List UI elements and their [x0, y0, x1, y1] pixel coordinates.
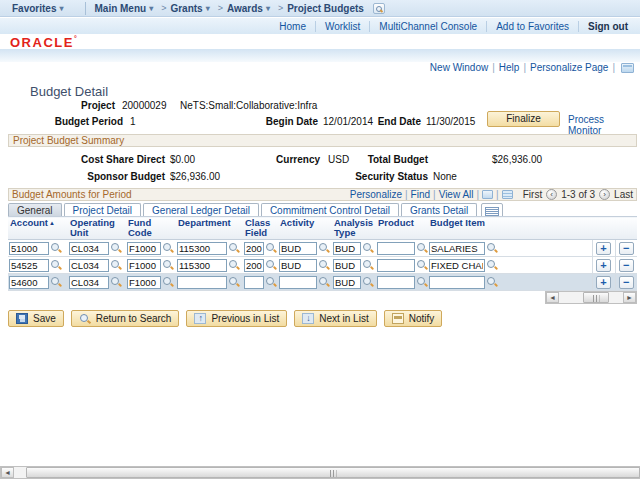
- budget-item-lookup-icon[interactable]: [487, 243, 498, 254]
- operating-unit-lookup-icon[interactable]: [111, 260, 122, 271]
- fund-code-lookup-icon[interactable]: [163, 243, 174, 254]
- add-row-button[interactable]: +: [596, 276, 611, 289]
- sign-out-link[interactable]: Sign out: [579, 21, 630, 32]
- previous-in-list-button[interactable]: Previous in List: [186, 310, 287, 327]
- scrollbar-thumb[interactable]: [583, 292, 609, 303]
- worklist-link[interactable]: Worklist: [316, 21, 370, 32]
- budget-item-lookup-icon[interactable]: [487, 260, 498, 271]
- view-all-link[interactable]: View All: [439, 189, 474, 200]
- product-input[interactable]: [377, 276, 415, 289]
- main-menu[interactable]: Main Menu: [94, 3, 153, 14]
- activity-input[interactable]: [279, 276, 317, 289]
- department-lookup-icon[interactable]: [229, 243, 240, 254]
- account-input[interactable]: [9, 276, 49, 289]
- return-to-search-button[interactable]: Return to Search: [71, 310, 180, 327]
- budget-item-input[interactable]: [429, 276, 485, 289]
- class-field-input[interactable]: [244, 259, 264, 272]
- breadcrumb-item-grants[interactable]: Grants: [170, 3, 209, 14]
- account-lookup-icon[interactable]: [51, 277, 62, 288]
- analysis-type-input[interactable]: [333, 259, 361, 272]
- show-all-columns-icon[interactable]: [481, 203, 503, 217]
- window-icon[interactable]: [621, 63, 634, 73]
- activity-input[interactable]: [279, 242, 317, 255]
- operating-unit-lookup-icon[interactable]: [111, 277, 122, 288]
- scroll-left-icon[interactable]: ◄: [546, 292, 559, 303]
- download-icon[interactable]: [482, 190, 493, 199]
- home-link[interactable]: Home: [270, 21, 316, 32]
- product-lookup-icon[interactable]: [417, 243, 428, 254]
- breadcrumb-search-icon[interactable]: [373, 3, 385, 14]
- activity-lookup-icon[interactable]: [319, 243, 330, 254]
- add-row-button[interactable]: +: [596, 259, 611, 272]
- department-input[interactable]: [177, 259, 227, 272]
- tab-commitment-control-detail[interactable]: Commitment Control Detail: [261, 203, 399, 217]
- grid-horizontal-scrollbar[interactable]: ◄ ►: [545, 291, 637, 304]
- process-monitor-link[interactable]: Process Monitor: [568, 114, 640, 136]
- operating-unit-lookup-icon[interactable]: [111, 243, 122, 254]
- breadcrumb-item-project-budgets[interactable]: Project Budgets: [287, 3, 364, 14]
- class-field-lookup-icon[interactable]: [266, 260, 277, 271]
- tab-grants-detail[interactable]: Grants Detail: [401, 203, 477, 217]
- analysis-type-lookup-icon[interactable]: [363, 243, 374, 254]
- fund-code-lookup-icon[interactable]: [163, 277, 174, 288]
- personalize-link[interactable]: Personalize: [350, 189, 402, 200]
- class-field-lookup-icon[interactable]: [266, 243, 277, 254]
- account-lookup-icon[interactable]: [51, 243, 62, 254]
- product-input[interactable]: [377, 259, 415, 272]
- delete-row-button[interactable]: −: [619, 259, 634, 272]
- tab-general-ledger-detail[interactable]: General Ledger Detail: [143, 203, 259, 217]
- class-field-lookup-icon[interactable]: [266, 277, 277, 288]
- budget-item-input[interactable]: [429, 242, 485, 255]
- breadcrumb-item-awards[interactable]: Awards: [227, 3, 270, 14]
- grid-view-icon[interactable]: [502, 190, 513, 199]
- budget-item-input[interactable]: [429, 259, 485, 272]
- fund-code-input[interactable]: [127, 276, 161, 289]
- class-field-input[interactable]: [244, 276, 264, 289]
- product-lookup-icon[interactable]: [417, 277, 428, 288]
- column-header-account[interactable]: Account: [8, 217, 68, 240]
- help-link[interactable]: Help: [499, 62, 520, 73]
- multichannel-console-link[interactable]: MultiChannel Console: [370, 21, 487, 32]
- fund-code-input[interactable]: [127, 259, 161, 272]
- product-input[interactable]: [377, 242, 415, 255]
- analysis-type-lookup-icon[interactable]: [363, 260, 374, 271]
- account-input[interactable]: [9, 242, 49, 255]
- scrollbar-thumb[interactable]: [26, 467, 640, 478]
- analysis-type-input[interactable]: [333, 276, 361, 289]
- previous-row-icon[interactable]: ‹: [546, 189, 557, 200]
- notify-button[interactable]: Notify: [384, 310, 443, 327]
- delete-row-button[interactable]: −: [619, 276, 634, 289]
- save-button[interactable]: Save: [8, 310, 64, 327]
- page-horizontal-scrollbar[interactable]: ◄ ►: [0, 466, 640, 479]
- analysis-type-lookup-icon[interactable]: [363, 277, 374, 288]
- operating-unit-input[interactable]: [69, 242, 109, 255]
- next-in-list-button[interactable]: Next in List: [294, 310, 376, 327]
- personalize-page-link[interactable]: Personalize Page: [530, 62, 608, 73]
- operating-unit-input[interactable]: [69, 276, 109, 289]
- department-input[interactable]: [177, 276, 227, 289]
- operating-unit-input[interactable]: [69, 259, 109, 272]
- delete-row-button[interactable]: −: [619, 242, 634, 255]
- favorites-menu[interactable]: Favorites: [0, 3, 73, 14]
- add-to-favorites-link[interactable]: Add to Favorites: [487, 21, 579, 32]
- department-lookup-icon[interactable]: [229, 277, 240, 288]
- next-row-icon[interactable]: ›: [599, 189, 610, 200]
- scroll-left-icon[interactable]: ◄: [1, 467, 14, 478]
- find-link[interactable]: Find: [411, 189, 430, 200]
- account-lookup-icon[interactable]: [51, 260, 62, 271]
- add-row-button[interactable]: +: [596, 242, 611, 255]
- finalize-button[interactable]: Finalize: [487, 111, 560, 127]
- activity-lookup-icon[interactable]: [319, 277, 330, 288]
- budget-item-lookup-icon[interactable]: [487, 277, 498, 288]
- fund-code-input[interactable]: [127, 242, 161, 255]
- activity-input[interactable]: [279, 259, 317, 272]
- department-lookup-icon[interactable]: [229, 260, 240, 271]
- department-input[interactable]: [177, 242, 227, 255]
- tab-project-detail[interactable]: Project Detail: [64, 203, 141, 217]
- scroll-right-icon[interactable]: ►: [623, 292, 636, 303]
- fund-code-lookup-icon[interactable]: [163, 260, 174, 271]
- product-lookup-icon[interactable]: [417, 260, 428, 271]
- class-field-input[interactable]: [244, 242, 264, 255]
- tab-general[interactable]: General: [8, 203, 62, 217]
- activity-lookup-icon[interactable]: [319, 260, 330, 271]
